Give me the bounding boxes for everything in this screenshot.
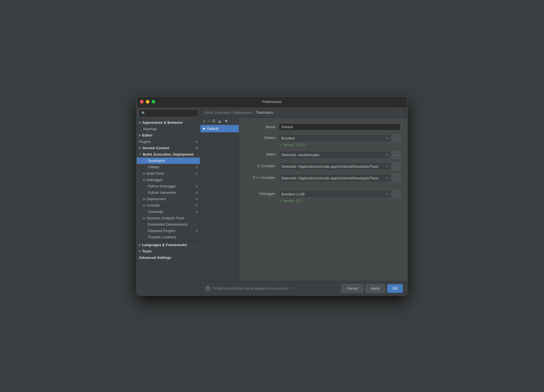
move-up-toolchain-button[interactable]: ▲ — [217, 119, 223, 123]
nav-forward-button[interactable]: › — [399, 110, 403, 115]
remove-toolchain-button[interactable]: − — [207, 119, 211, 123]
chevron-right-icon: ▶ — [139, 250, 141, 253]
cmake-input-row: Bundled Custom ▼ … — [279, 134, 401, 142]
ok-button[interactable]: OK — [387, 284, 403, 293]
c-compiler-browse-button[interactable]: … — [392, 163, 401, 170]
settings-icon: ⊞ — [196, 185, 198, 188]
settings-icon: ⊞ — [196, 191, 198, 194]
footer: ? Project-level settings will be applied… — [200, 281, 407, 295]
sidebar-item-build-execution[interactable]: ▼ Build, Execution, Deployment — [137, 151, 200, 158]
close-button[interactable] — [140, 100, 144, 104]
search-box[interactable]: 🔍 — [139, 109, 198, 117]
make-select[interactable]: Detected: /usr/bin/make — [279, 151, 391, 159]
cmake-select-wrapper: Bundled Custom ▼ — [279, 134, 391, 142]
sidebar-item-deployment[interactable]: ▶ Deployment ⊞ — [137, 196, 200, 202]
sidebar-item-cmake[interactable]: CMake ⊞ — [137, 164, 200, 170]
cpp-compiler-select-wrapper: Detected: /Applications/Xcode.app/Conten… — [279, 174, 391, 182]
chevron-down-icon: ▼ — [139, 153, 142, 156]
debugger-input-row: Bundled LLDB Custom ▼ … — [279, 190, 401, 198]
make-browse-button[interactable]: … — [392, 151, 401, 159]
c-compiler-select[interactable]: Detected: /Applications/Xcode.app/Conten… — [279, 163, 391, 170]
cpp-compiler-browse-button[interactable]: … — [392, 174, 401, 182]
settings-icon: ⊞ — [196, 204, 198, 207]
minimize-button[interactable] — [146, 100, 149, 104]
spacer — [246, 186, 401, 190]
chevron-right-icon: ▶ — [139, 134, 141, 137]
cmake-browse-button[interactable]: … — [392, 134, 401, 142]
chevron-right-icon: ▶ — [143, 197, 146, 200]
sidebar-item-debugger[interactable]: ▶ Debugger — [137, 177, 200, 183]
cmake-field: Bundled Custom ▼ … ✓ Version: 3.20.2 — [279, 134, 401, 147]
separator — [137, 241, 200, 241]
cmake-select[interactable]: Bundled Custom — [279, 134, 391, 142]
toolchain-icon: ▶ — [203, 127, 205, 130]
sidebar-item-version-control[interactable]: ▶ Version Control ⊞ — [137, 145, 200, 151]
chevron-right-icon: ▶ — [139, 146, 141, 149]
sidebar: 🔍 ▶ Appearance & Behavior Keymap ▶ Edito… — [137, 107, 200, 295]
apply-button[interactable]: Apply — [366, 284, 385, 293]
make-label: Make: — [246, 151, 276, 156]
form-row-name: Name: — [246, 123, 401, 130]
form-area: Name: CMake: Bundled — [239, 118, 407, 281]
chevron-right-icon: ▶ — [143, 178, 146, 181]
search-icon: 🔍 — [141, 111, 146, 115]
copy-toolchain-button[interactable]: ⎘ — [212, 119, 216, 123]
sidebar-item-toolchains[interactable]: Toolchains — [137, 158, 200, 164]
chevron-right-icon: ▶ — [143, 204, 146, 207]
main-content: 🔍 ▶ Appearance & Behavior Keymap ▶ Edito… — [137, 107, 407, 295]
breadcrumb-current: Toolchains — [256, 110, 273, 115]
cpp-compiler-select[interactable]: Detected: /Applications/Xcode.app/Conten… — [279, 174, 391, 182]
form-row-c-compiler: C Compiler: Detected: /Applications/Xcod… — [246, 163, 401, 170]
settings-icon: ⊞ — [196, 197, 198, 200]
chevron-right-icon: ▶ — [143, 216, 146, 220]
sidebar-item-appearance[interactable]: ▶ Appearance & Behavior — [137, 119, 200, 126]
c-compiler-field: Detected: /Applications/Xcode.app/Conten… — [279, 163, 401, 170]
footer-text: Project-level settings will be applied t… — [213, 287, 289, 290]
sidebar-item-required-plugins[interactable]: Required Plugins ⊞ — [137, 228, 200, 234]
sidebar-item-keymap[interactable]: Keymap — [137, 126, 200, 132]
check-icon: ✓ — [279, 199, 282, 203]
sidebar-item-tools[interactable]: ▶ Tools — [137, 248, 200, 254]
chevron-right-icon: ▶ — [143, 172, 146, 175]
breadcrumb-separator: › — [253, 111, 255, 114]
footer-info: ? Project-level settings will be applied… — [205, 285, 339, 292]
name-input[interactable] — [279, 123, 401, 130]
nav-back-button[interactable]: ‹ — [394, 110, 398, 115]
maximize-button[interactable] — [152, 100, 155, 104]
sidebar-item-advanced-settings[interactable]: Advanced Settings — [137, 254, 200, 261]
debugger-browse-button[interactable]: … — [392, 190, 401, 198]
debugger-field: Bundled LLDB Custom ▼ … ✓ Version: 12.0 — [279, 190, 401, 203]
move-down-toolchain-button[interactable]: ▼ — [223, 119, 229, 123]
search-input[interactable] — [147, 111, 195, 115]
make-field: Detected: /usr/bin/make ▼ … — [279, 151, 401, 159]
sidebar-item-python-debugger[interactable]: Python Debugger ⊞ — [137, 183, 200, 189]
check-icon: ✓ — [279, 143, 282, 147]
cpp-compiler-field: Detected: /Applications/Xcode.app/Conten… — [279, 174, 401, 182]
debugger-version-text: Version: 12.0 — [283, 199, 302, 203]
debugger-select-wrapper: Bundled LLDB Custom ▼ — [279, 190, 391, 198]
sidebar-item-plugins[interactable]: Plugins ⊞ — [137, 138, 200, 145]
breadcrumb-parent[interactable]: Build, Execution, Deployment — [205, 110, 252, 115]
settings-icon: ⊞ — [196, 140, 198, 143]
sidebar-item-editor[interactable]: ▶ Editor — [137, 132, 200, 138]
sidebar-item-languages[interactable]: ▶ Languages & Frameworks — [137, 242, 200, 248]
cmake-version-badge: ✓ Version: 3.20.2 — [279, 143, 401, 147]
preferences-window: Preferences 🔍 ▶ Appearance & Behavior Ke… — [136, 96, 408, 296]
sidebar-item-python-interpreter[interactable]: Python Interpreter ⊞ — [137, 189, 200, 196]
debugger-select[interactable]: Bundled LLDB Custom — [279, 190, 391, 198]
help-button[interactable]: ? — [205, 285, 211, 292]
sidebar-item-dynamic-analysis[interactable]: ▶ Dynamic Analysis Tools — [137, 215, 200, 221]
sidebar-item-build-tools[interactable]: ▶ Build Tools ⊞ — [137, 170, 200, 177]
cancel-button[interactable]: Cancel — [341, 284, 363, 293]
make-input-row: Detected: /usr/bin/make ▼ … — [279, 151, 401, 159]
sidebar-item-trusted-locations[interactable]: Trusted Locations — [137, 234, 200, 240]
add-toolchain-button[interactable]: + — [202, 119, 206, 123]
cmake-label: CMake: — [246, 134, 276, 140]
sidebar-item-coverage[interactable]: Coverage ⊞ — [137, 208, 200, 215]
chevron-right-icon: ▶ — [139, 121, 141, 124]
toolchain-entry-default[interactable]: ▶ Default — [200, 125, 239, 132]
sidebar-item-embedded-dev[interactable]: Embedded Development — [137, 221, 200, 228]
toolchain-label: Default — [207, 127, 218, 131]
sidebar-item-console[interactable]: ▶ Console ⊞ — [137, 202, 200, 208]
footer-buttons: Cancel Apply OK — [341, 284, 403, 293]
